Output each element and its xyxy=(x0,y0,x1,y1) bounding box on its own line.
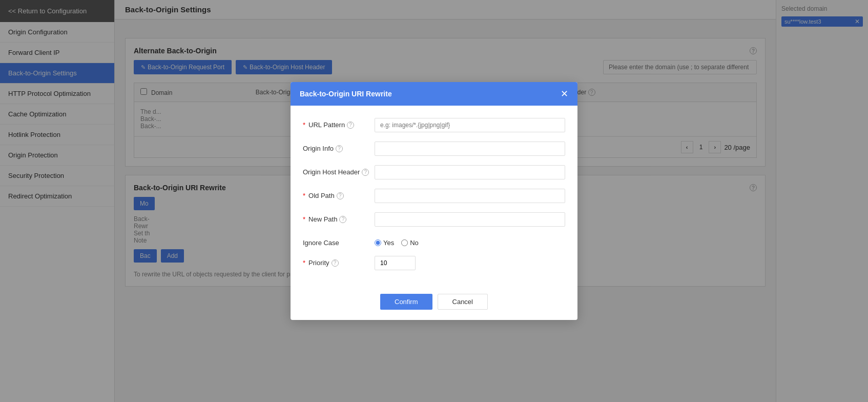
modal-close-button[interactable]: ✕ xyxy=(561,89,568,98)
new-path-input[interactable] xyxy=(375,212,565,227)
uri-rewrite-modal: Back-to-Origin URI Rewrite ✕ * URL Patte… xyxy=(291,82,577,320)
priority-input[interactable] xyxy=(375,256,416,270)
old-path-row: * Old Path ? xyxy=(303,189,565,203)
ignore-case-yes[interactable]: Yes xyxy=(375,239,394,247)
new-path-row: * New Path ? xyxy=(303,212,565,227)
old-path-input[interactable] xyxy=(375,189,565,203)
new-path-help-icon[interactable]: ? xyxy=(339,216,346,223)
origin-info-help-icon[interactable]: ? xyxy=(336,145,343,152)
url-pattern-help-icon[interactable]: ? xyxy=(347,122,354,129)
ignore-case-yes-radio[interactable] xyxy=(375,239,381,246)
ignore-case-no[interactable]: No xyxy=(401,239,419,247)
origin-info-label: Origin Info ? xyxy=(303,142,375,152)
origin-host-header-row: Origin Host Header ? xyxy=(303,165,565,179)
ignore-case-row: Ignore Case Yes No xyxy=(303,236,565,247)
url-pattern-row: * URL Pattern ? xyxy=(303,118,565,132)
origin-host-header-label: Origin Host Header ? xyxy=(303,165,375,176)
cancel-button[interactable]: Cancel xyxy=(438,294,488,310)
modal-title: Back-to-Origin URI Rewrite xyxy=(300,90,392,98)
ignore-case-options: Yes No xyxy=(375,236,419,247)
origin-info-row: Origin Info ? xyxy=(303,142,565,156)
origin-host-header-input[interactable] xyxy=(375,165,565,179)
old-path-label: * Old Path ? xyxy=(303,189,375,199)
ignore-case-label: Ignore Case xyxy=(303,236,375,247)
modal-body: * URL Pattern ? Origin Info ? Origin Hos… xyxy=(291,106,577,288)
old-path-help-icon[interactable]: ? xyxy=(337,192,344,199)
priority-label: * Priority ? xyxy=(303,256,375,267)
modal-header: Back-to-Origin URI Rewrite ✕ xyxy=(291,82,577,106)
url-pattern-label: * URL Pattern ? xyxy=(303,118,375,129)
priority-help-icon[interactable]: ? xyxy=(332,259,339,267)
origin-host-header-help-icon[interactable]: ? xyxy=(362,169,369,176)
priority-row: * Priority ? xyxy=(303,256,565,270)
new-path-label: * New Path ? xyxy=(303,212,375,223)
modal-footer: Confirm Cancel xyxy=(291,288,577,320)
url-pattern-input[interactable] xyxy=(375,118,565,132)
ignore-case-no-radio[interactable] xyxy=(401,239,408,246)
confirm-button[interactable]: Confirm xyxy=(380,294,432,310)
modal-overlay: Back-to-Origin URI Rewrite ✕ * URL Patte… xyxy=(0,0,868,402)
origin-info-input[interactable] xyxy=(375,142,565,156)
